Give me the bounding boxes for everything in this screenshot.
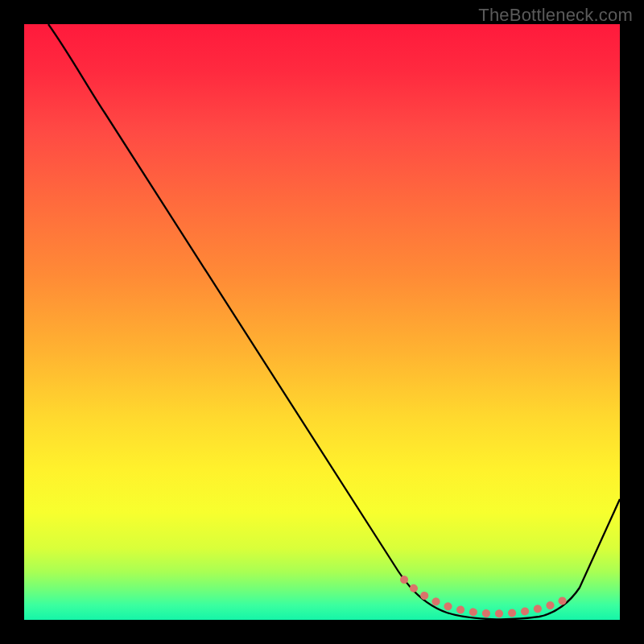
plot-area: [24, 24, 620, 620]
highlight-dots-path: [404, 580, 565, 613]
attribution-text: TheBottleneck.com: [478, 5, 633, 26]
chart-stage: TheBottleneck.com: [0, 0, 644, 644]
main-curve: [48, 24, 620, 619]
highlight-dots: [404, 580, 565, 613]
curve-layer: [24, 24, 620, 620]
